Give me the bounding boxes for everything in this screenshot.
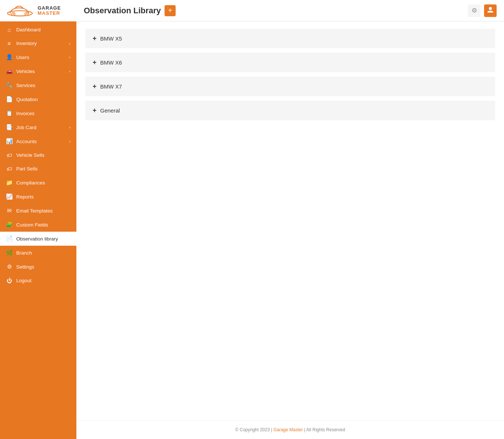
add-button[interactable]: + bbox=[165, 5, 176, 16]
sidebar-item-compliances[interactable]: 📁Compliances bbox=[0, 176, 76, 190]
svg-point-5 bbox=[489, 7, 492, 10]
dashboard-icon: ⌂ bbox=[6, 27, 13, 33]
main-content: Observation Library + ⚙ + bbox=[76, 0, 504, 439]
sidebar-item-invoices-label: Invoices bbox=[16, 111, 70, 116]
accordion-item-general[interactable]: +General bbox=[85, 101, 495, 120]
inventory-arrow-icon: › bbox=[69, 41, 70, 46]
users-icon: 👤 bbox=[6, 54, 13, 61]
sidebar-item-reports-label: Reports bbox=[16, 194, 70, 200]
vehicles-icon: 🚗 bbox=[6, 68, 13, 75]
sidebar-item-invoices[interactable]: 📋Invoices bbox=[0, 106, 76, 120]
sidebar-item-logout-label: Logout bbox=[16, 278, 70, 283]
accordion-label-general: General bbox=[100, 107, 120, 114]
sidebar-item-vehicles[interactable]: 🚗Vehicles› bbox=[0, 64, 76, 78]
services-icon: 🔧 bbox=[6, 82, 13, 89]
invoices-icon: 📋 bbox=[6, 110, 13, 117]
sidebar-item-vehicle-sells-label: Vehicle Sells bbox=[16, 152, 70, 158]
logo-text: GARAGE MASTER bbox=[38, 6, 61, 16]
sidebar-item-services-label: Services bbox=[16, 83, 70, 88]
job-card-icon: 📑 bbox=[6, 124, 13, 131]
gear-icon: ⚙ bbox=[472, 7, 477, 14]
footer-brand: Garage Master bbox=[273, 427, 303, 432]
accordion-label-bmw-x7: BMW X7 bbox=[100, 83, 122, 90]
footer: © Copyright 2023 | Garage Master | All R… bbox=[76, 420, 504, 439]
custom-fields-icon: 🧩 bbox=[6, 221, 13, 228]
sidebar-item-dashboard[interactable]: ⌂Dashboard bbox=[0, 23, 76, 37]
reports-icon: 📈 bbox=[6, 193, 13, 200]
quotation-icon: 📄 bbox=[6, 96, 13, 103]
sidebar-item-services[interactable]: 🔧Services bbox=[0, 78, 76, 92]
sidebar-item-job-card[interactable]: 📑Job Card› bbox=[0, 120, 76, 134]
accordion-expand-icon: + bbox=[93, 35, 97, 42]
accordion-expand-icon: + bbox=[93, 59, 97, 66]
sidebar-item-accounts[interactable]: 📊Accounts› bbox=[0, 134, 76, 148]
logo-master-label: MASTER bbox=[38, 11, 61, 16]
sidebar-item-compliances-label: Compliances bbox=[16, 180, 70, 186]
sidebar-item-job-card-label: Job Card bbox=[16, 125, 65, 130]
sidebar-item-logout[interactable]: ⏻Logout bbox=[0, 274, 76, 287]
sidebar-item-inventory-label: Inventory bbox=[16, 41, 65, 46]
sidebar-item-observation-library[interactable]: 📄Observation library bbox=[0, 232, 76, 246]
accordion-container: +BMW X5+BMW X6+BMW X7+General bbox=[85, 29, 495, 120]
part-sells-icon: 🏷 bbox=[6, 166, 13, 172]
sidebar-item-vehicles-label: Vehicles bbox=[16, 69, 65, 74]
compliances-icon: 📁 bbox=[6, 179, 13, 186]
content-area: +BMW X5+BMW X6+BMW X7+General bbox=[76, 21, 504, 420]
user-profile-button[interactable] bbox=[484, 4, 497, 17]
accounts-arrow-icon: › bbox=[69, 139, 70, 144]
settings-gear-button[interactable]: ⚙ bbox=[468, 4, 480, 17]
inventory-icon: ≡ bbox=[6, 40, 13, 46]
sidebar-item-part-sells-label: Part Sells bbox=[16, 166, 70, 172]
sidebar-item-custom-fields[interactable]: 🧩Custom Fields bbox=[0, 218, 76, 232]
sidebar-item-settings[interactable]: ⚙Settings bbox=[0, 260, 76, 274]
svg-point-4 bbox=[26, 13, 27, 15]
sidebar-item-accounts-label: Accounts bbox=[16, 139, 65, 144]
accounts-icon: 📊 bbox=[6, 138, 13, 145]
accordion-expand-icon: + bbox=[93, 107, 97, 114]
sidebar: GARAGE MASTER ⌂Dashboard≡Inventory›👤User… bbox=[0, 0, 76, 439]
accordion-item-bmw-x6[interactable]: +BMW X6 bbox=[85, 53, 495, 72]
user-icon bbox=[487, 6, 494, 15]
accordion-label-bmw-x5: BMW X5 bbox=[100, 35, 122, 42]
sidebar-item-reports[interactable]: 📈Reports bbox=[0, 190, 76, 204]
sidebar-item-custom-fields-label: Custom Fields bbox=[16, 222, 70, 228]
sidebar-item-users[interactable]: 👤Users› bbox=[0, 50, 76, 64]
sidebar-item-settings-label: Settings bbox=[16, 264, 70, 270]
footer-text: © Copyright 2023 | Garage Master | All R… bbox=[235, 427, 345, 432]
accordion-label-bmw-x6: BMW X6 bbox=[100, 59, 122, 66]
accordion-item-bmw-x5[interactable]: +BMW X5 bbox=[85, 29, 495, 48]
sidebar-item-email-templates-label: Email Templates bbox=[16, 208, 70, 214]
settings-icon: ⚙ bbox=[6, 263, 13, 270]
sidebar-item-vehicle-sells[interactable]: 🏷Vehicle Sells bbox=[0, 148, 76, 162]
logo-garage-label: GARAGE bbox=[38, 6, 61, 11]
top-bar: Observation Library + ⚙ bbox=[76, 0, 504, 21]
sidebar-item-users-label: Users bbox=[16, 55, 65, 60]
vehicle-sells-icon: 🏷 bbox=[6, 152, 13, 158]
observation-library-icon: 📄 bbox=[6, 235, 13, 242]
logout-icon: ⏻ bbox=[6, 277, 13, 284]
email-templates-icon: ✉ bbox=[6, 207, 13, 214]
sidebar-item-email-templates[interactable]: ✉Email Templates bbox=[0, 204, 76, 218]
sidebar-nav: ⌂Dashboard≡Inventory›👤Users›🚗Vehicles›🔧S… bbox=[0, 21, 76, 439]
sidebar-item-quotation-label: Quotation bbox=[16, 97, 70, 102]
sidebar-item-branch[interactable]: 🌿Branch bbox=[0, 246, 76, 260]
job-card-arrow-icon: › bbox=[69, 125, 70, 129]
svg-point-2 bbox=[13, 13, 14, 15]
users-arrow-icon: › bbox=[69, 55, 70, 59]
logo-area: GARAGE MASTER bbox=[0, 0, 76, 21]
vehicles-arrow-icon: › bbox=[69, 69, 70, 73]
accordion-item-bmw-x7[interactable]: +BMW X7 bbox=[85, 77, 495, 96]
sidebar-item-observation-library-label: Observation library bbox=[16, 236, 70, 242]
sidebar-item-inventory[interactable]: ≡Inventory› bbox=[0, 37, 76, 50]
page-title-area: Observation Library + bbox=[84, 5, 468, 16]
sidebar-item-quotation[interactable]: 📄Quotation bbox=[0, 92, 76, 106]
sidebar-item-branch-label: Branch bbox=[16, 250, 70, 256]
top-bar-actions: ⚙ bbox=[468, 4, 497, 17]
accordion-expand-icon: + bbox=[93, 83, 97, 90]
sidebar-item-part-sells[interactable]: 🏷Part Sells bbox=[0, 162, 76, 176]
sidebar-item-dashboard-label: Dashboard bbox=[16, 27, 70, 32]
branch-icon: 🌿 bbox=[6, 249, 13, 256]
logo-car-icon bbox=[5, 4, 35, 17]
page-title: Observation Library bbox=[84, 6, 161, 15]
